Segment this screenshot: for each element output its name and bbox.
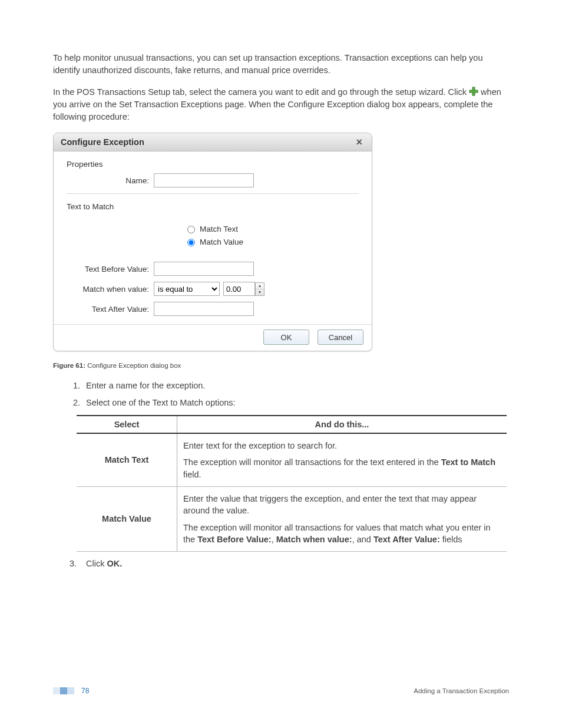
figure-caption-text: Configure Exception dialog box: [85, 362, 181, 369]
row-desc: Enter the value that triggers the except…: [177, 487, 507, 552]
row-desc-p2: The exception will monitor all transacti…: [183, 456, 501, 480]
figure-caption: Figure 61: Configure Exception dialog bo…: [53, 362, 509, 369]
svg-rect-1: [470, 90, 478, 93]
steps-list-continue: Click OK.: [53, 558, 509, 570]
match-text-radio[interactable]: [187, 226, 195, 233]
row-select-label: Match Text: [77, 433, 177, 486]
row-desc-p2: The exception will monitor all transacti…: [183, 522, 501, 546]
match-text-radio-label: Match Text: [200, 225, 238, 233]
row-select-label: Match Value: [77, 487, 177, 552]
match-value-radio-row: Match Value: [184, 237, 359, 246]
text-after-input[interactable]: [154, 302, 254, 316]
text-after-row: Text After Value:: [67, 302, 359, 316]
table-row: Match Value Enter the value that trigger…: [77, 487, 507, 552]
footer-left: 78: [53, 687, 89, 695]
text-before-label: Text Before Value:: [67, 265, 154, 274]
value-spinner[interactable]: ▲ ▼: [255, 282, 265, 296]
row-desc-p1: Enter text for the exception to search f…: [183, 440, 501, 452]
intro-para-2a: In the POS Transactions Setup tab, selec…: [53, 87, 469, 97]
name-label: Name:: [67, 176, 154, 185]
text-after-label: Text After Value:: [67, 305, 154, 314]
cancel-button[interactable]: Cancel: [318, 330, 363, 345]
steps-list: Enter a name for the exception. Select o…: [53, 380, 509, 409]
row-desc: Enter text for the exception to search f…: [177, 433, 507, 486]
name-input[interactable]: [154, 173, 254, 187]
options-table: Select And do this... Match Text Enter t…: [77, 415, 507, 552]
table-header-row: Select And do this...: [77, 416, 507, 433]
document-page: To help monitor unusual transactions, yo…: [0, 0, 562, 728]
match-value-input[interactable]: [223, 282, 255, 296]
spinner-down-icon[interactable]: ▼: [256, 289, 264, 295]
dialog-body: Properties Name: Text to Match Match Tex…: [54, 151, 372, 324]
text-to-match-section-label: Text to Match: [67, 202, 359, 211]
step-1: Enter a name for the exception.: [82, 380, 509, 392]
spinner-up-icon[interactable]: ▲: [256, 283, 264, 289]
name-row: Name:: [67, 173, 359, 187]
header-select: Select: [77, 416, 177, 433]
intro-para-1: To help monitor unusual transactions, yo…: [53, 52, 509, 77]
figure-label: Figure 61:: [53, 362, 85, 369]
match-when-label: Match when value:: [67, 285, 154, 294]
page-number: 78: [81, 687, 89, 695]
match-value-radio-label: Match Value: [200, 238, 243, 246]
match-when-select[interactable]: is equal to: [154, 282, 220, 296]
footer-logo-icon: [53, 687, 74, 694]
header-and-do: And do this...: [177, 416, 507, 433]
plus-icon: [469, 87, 478, 96]
match-text-radio-row: Match Text: [184, 224, 359, 233]
configure-exception-dialog: Configure Exception × Properties Name: T…: [53, 133, 372, 351]
match-value-radio[interactable]: [187, 239, 195, 246]
match-when-row: Match when value: is equal to ▲ ▼: [67, 282, 359, 296]
step-3: Click OK.: [82, 558, 509, 570]
table-row: Match Text Enter text for the exception …: [77, 433, 507, 486]
properties-section-label: Properties: [67, 160, 359, 169]
ok-button[interactable]: OK: [263, 330, 309, 345]
footer-section-title: Adding a Transaction Exception: [414, 687, 509, 694]
intro-para-2: In the POS Transactions Setup tab, selec…: [53, 86, 509, 123]
step-2: Select one of the Text to Match options:: [82, 397, 509, 409]
text-before-input[interactable]: [154, 262, 254, 276]
dialog-titlebar: Configure Exception ×: [54, 133, 372, 151]
dialog-title-text: Configure Exception: [61, 137, 144, 147]
dialog-footer: OK Cancel: [54, 324, 372, 351]
text-before-row: Text Before Value:: [67, 262, 359, 276]
row-desc-p1: Enter the value that triggers the except…: [183, 493, 501, 517]
close-icon[interactable]: ×: [353, 137, 365, 147]
section-separator: [67, 193, 359, 194]
page-footer: 78 Adding a Transaction Exception: [53, 687, 509, 695]
